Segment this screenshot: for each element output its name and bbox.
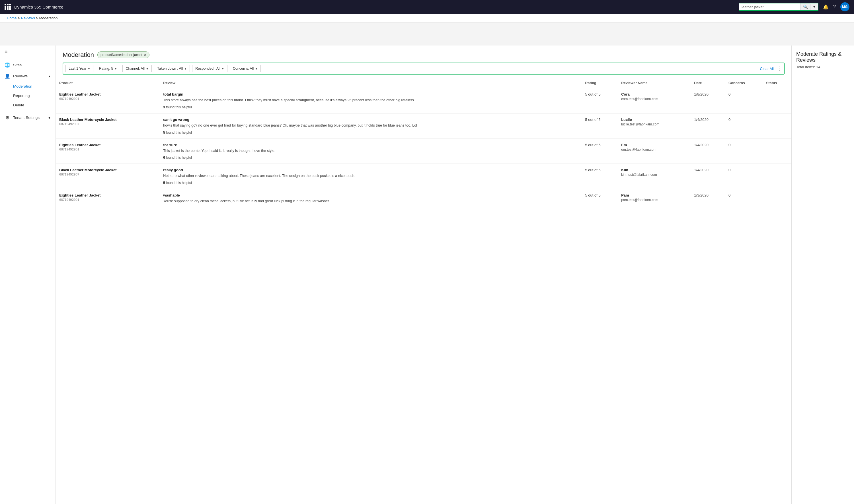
cell-concerns-3: 0 (725, 164, 763, 189)
cell-rating-3: 5 out of 5 (582, 164, 618, 189)
review-title-3: really good (163, 168, 578, 172)
cell-date-3: 1/4/2020 (691, 164, 725, 189)
cell-reviewer-0: Cora cora.test@fabrikam.com (618, 88, 691, 113)
col-header-date[interactable]: Date ↓ (691, 78, 725, 88)
col-header-review: Review (160, 78, 581, 88)
sidebar-item-moderation[interactable]: Moderation (13, 82, 55, 91)
product-id-3: 68719492907 (59, 173, 156, 176)
sidebar-item-sites[interactable]: 🌐 Sites (0, 59, 55, 71)
table-row[interactable]: Eighties Leather Jacket 68719492901 wash… (56, 189, 791, 208)
global-search-bar: 🔍 ▼ (739, 3, 818, 11)
reviewer-email-4: pam.test@fabrikam.com (621, 198, 687, 202)
user-avatar[interactable]: MG (840, 2, 850, 11)
cell-product-0: Eighties Leather Jacket 68719492901 (56, 88, 160, 113)
sidebar-section-nav: 🌐 Sites 👤 Reviews ▲ Moderation Reporting… (0, 58, 55, 124)
rating-filter-button[interactable]: Rating: 5 ▼ (95, 65, 120, 72)
notification-bell-icon[interactable]: 🔔 (823, 4, 829, 10)
remove-filter-tag-button[interactable]: × (144, 53, 146, 57)
cell-product-3: Black Leather Motorcycle Jacket 68719492… (56, 164, 160, 189)
reviewer-name-4: Pam (621, 193, 687, 197)
search-dropdown-button[interactable]: ▼ (810, 4, 818, 10)
reviews-table-area: Product Review Rating Reviewer Name Date… (56, 78, 791, 504)
review-helpful-2: 6 found this helpful (163, 156, 578, 160)
filter-tag-label: productName:leather jacket (101, 53, 142, 57)
concerns-filter-chevron-icon: ▼ (255, 67, 258, 70)
table-row[interactable]: Eighties Leather Jacket 68719492901 for … (56, 139, 791, 164)
sidebar-toggle-button[interactable]: ≡ (0, 46, 55, 58)
product-name-3: Black Leather Motorcycle Jacket (59, 168, 156, 172)
cell-date-4: 1/3/2020 (691, 189, 725, 208)
page-title: Moderation (63, 51, 94, 59)
rating-filter-label: Rating: 5 (99, 67, 113, 71)
cell-review-0: total bargin This store always has the b… (160, 88, 581, 113)
cell-reviewer-1: Lucile lucile.test@fabrikam.com (618, 113, 691, 139)
responded-filter-button[interactable]: Responded : All ▼ (192, 65, 227, 72)
filter-bar: Last 1 Year ▼ Rating: 5 ▼ Channel: All ▼… (63, 62, 785, 74)
reviews-table: Product Review Rating Reviewer Name Date… (56, 78, 791, 208)
gear-icon: ⚙ (4, 115, 10, 120)
reviewer-email-1: lucile.test@fabrikam.com (621, 122, 687, 126)
global-search-input[interactable] (739, 4, 801, 10)
cell-status-3 (763, 164, 791, 189)
table-row[interactable]: Black Leather Motorcycle Jacket 68719492… (56, 113, 791, 139)
cell-reviewer-4: Pam pam.test@fabrikam.com (618, 189, 691, 208)
reviewer-email-2: em.test@fabrikam.com (621, 148, 687, 151)
review-text-3: Not sure what other reviewers are talkin… (163, 173, 578, 179)
reviewer-email-0: cora.test@fabrikam.com (621, 97, 687, 101)
review-title-2: for sure (163, 143, 578, 147)
breadcrumb: Home > Reviews > Moderation (0, 14, 854, 23)
product-id-0: 68719492901 (59, 97, 156, 101)
help-icon[interactable]: ? (833, 4, 836, 10)
sidebar-item-reporting[interactable]: Reporting (13, 91, 55, 101)
sidebar-item-reviews[interactable]: 👤 Reviews ▲ (0, 71, 55, 82)
time-filter-label: Last 1 Year (69, 67, 87, 71)
cell-review-1: can't go wrong how's that saying go? no … (160, 113, 581, 139)
cell-concerns-2: 0 (725, 139, 763, 164)
person-icon: 👤 (4, 73, 10, 79)
sidebar-item-tenant-label: Tenant Settings (13, 115, 39, 120)
product-id-4: 68719492901 (59, 198, 156, 201)
main-layout: ≡ 🌐 Sites 👤 Reviews ▲ Moderation Reporti… (0, 46, 854, 504)
review-helpful-3: 5 found this helpful (163, 181, 578, 185)
cell-product-4: Eighties Leather Jacket 68719492901 (56, 189, 160, 208)
reviewer-name-1: Lucile (621, 118, 687, 122)
col-header-rating: Rating (582, 78, 618, 88)
sidebar-sub-reviews: Moderation Reporting Delete (0, 82, 55, 110)
cell-product-1: Black Leather Motorcycle Jacket 68719492… (56, 113, 160, 139)
top-navigation-bar: Dynamics 365 Commerce 🔍 ▼ 🔔 ? MG (0, 0, 854, 14)
product-name-1: Black Leather Motorcycle Jacket (59, 118, 156, 122)
channel-filter-label: Channel: All (125, 67, 145, 71)
review-title-1: can't go wrong (163, 118, 578, 122)
concerns-filter-button[interactable]: Concerns: All ▼ (230, 65, 261, 72)
taken-down-filter-button[interactable]: Taken down : All ▼ (154, 65, 190, 72)
time-filter-button[interactable]: Last 1 Year ▼ (66, 65, 93, 72)
breadcrumb-sep1: > (18, 16, 21, 20)
review-text-1: how's that saying go? no one ever got fi… (163, 123, 578, 128)
cell-status-0 (763, 88, 791, 113)
rating-filter-chevron-icon: ▼ (115, 67, 117, 70)
breadcrumb-reviews[interactable]: Reviews (21, 16, 35, 20)
sidebar-item-tenant-settings[interactable]: ⚙ Tenant Settings ▼ (0, 112, 55, 123)
breadcrumb-home[interactable]: Home (7, 16, 17, 20)
cell-status-2 (763, 139, 791, 164)
tenant-chevron-icon: ▼ (48, 116, 51, 120)
concerns-filter-label: Concerns: All (233, 67, 254, 71)
review-text-2: This jacket is the bomb. Yep, I said it.… (163, 148, 578, 154)
reviewer-name-2: Em (621, 143, 687, 147)
waffle-menu-icon[interactable] (4, 4, 11, 10)
breadcrumb-sep2: > (36, 16, 39, 20)
clear-all-filters-button[interactable]: Clear All (760, 67, 774, 71)
table-row[interactable]: Eighties Leather Jacket 68719492901 tota… (56, 88, 791, 113)
sidebar-item-sites-label: Sites (13, 63, 22, 67)
channel-filter-button[interactable]: Channel: All ▼ (122, 65, 152, 72)
right-panel: Moderate Ratings & Reviews Total Items: … (791, 46, 854, 504)
search-submit-button[interactable]: 🔍 (801, 3, 810, 10)
table-row[interactable]: Black Leather Motorcycle Jacket 68719492… (56, 164, 791, 189)
cell-product-2: Eighties Leather Jacket 68719492901 (56, 139, 160, 164)
review-text-0: This store always has the best prices on… (163, 97, 578, 103)
responded-filter-label: Responded : All (195, 67, 220, 71)
review-title-0: total bargin (163, 92, 578, 96)
channel-filter-chevron-icon: ▼ (146, 67, 149, 70)
cell-date-1: 1/4/2020 (691, 113, 725, 139)
sidebar-item-delete[interactable]: Delete (13, 101, 55, 110)
